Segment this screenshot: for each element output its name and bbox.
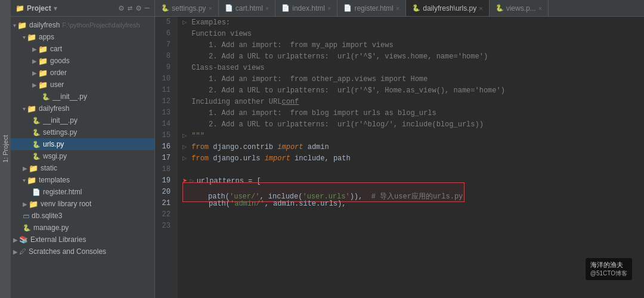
tab-cart[interactable]: 📄 cart.html × <box>219 0 275 16</box>
scratches-icon: 🖊 <box>19 247 26 256</box>
tab-close-urls[interactable]: × <box>479 5 482 12</box>
tree-label-settings: settings.py <box>43 128 77 136</box>
tree-label-register: register.html <box>43 188 82 196</box>
line-num-5: 5 <box>155 17 174 28</box>
tree-item-dailyfresh-pkg[interactable]: ▾ 📁 dailyfresh <box>11 103 154 114</box>
line-num-20: 20 <box>155 187 174 198</box>
tree-item-static[interactable]: ▶ 📁 static <box>11 162 154 174</box>
tab-close-settings[interactable]: × <box>208 5 212 12</box>
tree-item-templates[interactable]: ▾ 📁 templates <box>11 174 154 186</box>
tree-label-urls: urls.py <box>43 140 64 148</box>
project-tab-label: 1: Project <box>2 135 9 163</box>
line-num-6: 6 <box>155 28 174 39</box>
minimize-icon[interactable]: — <box>145 3 150 13</box>
py-icon-settings: 🐍 <box>32 129 41 136</box>
folder-icon-cart: 📁 <box>38 45 48 54</box>
tree-item-dailyfresh-root[interactable]: ▾ 📁 dailyfresh F:\pythonProject\dailyfre… <box>11 19 154 31</box>
settings-icon[interactable]: ⚙ <box>119 3 123 13</box>
tab-close-register[interactable]: × <box>396 5 400 12</box>
tree-item-manage-py[interactable]: 🐍 manage.py <box>11 222 154 234</box>
line-numbers: 5 6 7 8 9 10 11 12 13 14 15 16 17 18 19 … <box>155 17 178 298</box>
arrow-ext: ▶ <box>13 237 18 243</box>
code-line-11: 2. Add a URL to urlpatterns: url(r'^$', … <box>182 85 644 96</box>
code-line-12: Including another URLconf <box>182 96 644 107</box>
line-num-23: 23 <box>155 221 174 232</box>
code-line-20: path('user/', include('user.urls')), # 导… <box>182 187 644 198</box>
tab-close-cart[interactable]: × <box>265 5 269 12</box>
sidebar-header-icons: ⚙ ⇄ ⚙ — <box>119 3 150 13</box>
tree-item-init-daily[interactable]: 🐍 __init__.py <box>11 114 154 126</box>
tree-label-static: static <box>41 164 57 172</box>
html-icon-register: 📄 <box>32 188 41 196</box>
tab-label-index: index.html <box>292 4 325 13</box>
tree-item-cart[interactable]: ▶ 📁 cart <box>11 43 154 55</box>
tree-item-register-html[interactable]: 📄 register.html <box>11 186 154 198</box>
tree-item-wsgi-py[interactable]: 🐍 wsgi.py <box>11 150 154 162</box>
tab-close-views[interactable]: × <box>538 5 542 12</box>
tree-item-db-sqlite[interactable]: 🗃 db.sqlite3 <box>11 210 154 222</box>
tab-index[interactable]: 📄 index.html × <box>275 0 338 16</box>
folder-icon-venv: 📁 <box>29 200 38 209</box>
tree-label-templates: templates <box>39 176 70 184</box>
project-title-row: 📁 Project ▾ <box>16 4 57 13</box>
tree-item-venv[interactable]: ▶ 📁 venv library root <box>11 198 154 210</box>
sync-icon[interactable]: ⇄ <box>128 3 132 13</box>
folder-icon-static: 📁 <box>29 164 38 173</box>
sidebar-header: 📁 Project ▾ ⚙ ⇄ ⚙ — <box>11 0 154 17</box>
folder-icon-templates: 📁 <box>27 176 36 185</box>
tab-label-views: views.p... <box>506 4 536 13</box>
watermark: 海洋的渔夫 @51CTO博客 <box>586 258 632 280</box>
tree-label-apps: apps <box>39 33 54 41</box>
code-line-6: Function views <box>182 28 644 39</box>
editor-content: 5 6 7 8 9 10 11 12 13 14 15 16 17 18 19 … <box>155 17 644 298</box>
tree-label-db: db.sqlite3 <box>32 212 62 220</box>
line-num-18: 18 <box>155 164 174 175</box>
arrow-expand: ▾ <box>13 22 16 29</box>
code-line-9: Class-based views <box>182 62 644 73</box>
tab-settings[interactable]: 🐍 settings.py × <box>155 0 219 16</box>
line-num-10: 10 <box>155 73 174 85</box>
tree-label-init-daily: __init__.py <box>43 116 78 125</box>
tab-urls[interactable]: 🐍 dailyfresh\urls.py × <box>406 0 489 16</box>
line-num-12: 12 <box>155 96 174 107</box>
tree-item-user[interactable]: ▶ 📁 user <box>11 79 154 91</box>
project-tab[interactable]: 1: Project <box>0 0 11 298</box>
line-num-16: 16 <box>155 141 174 153</box>
py-icon-init: 🐍 <box>32 117 41 125</box>
tree-item-init-apps[interactable]: 🐍 __init__.py <box>11 91 154 103</box>
tree-item-order[interactable]: ▶ 📁 order <box>11 67 154 79</box>
tree-item-goods[interactable]: ▶ 📁 goods <box>11 55 154 67</box>
tab-close-index[interactable]: × <box>327 5 331 12</box>
code-line-17: ▷ from django.urls import include, path <box>182 153 644 164</box>
folder-icon-dailyfresh-pkg: 📁 <box>27 104 36 113</box>
folder-icon: 📁 <box>16 4 24 13</box>
tree-label-scratches: Scratches and Consoles <box>29 247 106 256</box>
line-num-13: 13 <box>155 107 174 119</box>
py-icon-init-apps: 🐍 <box>42 93 50 101</box>
tree-item-scratches[interactable]: ▶ 🖊 Scratches and Consoles <box>11 246 154 257</box>
tree-item-settings-py[interactable]: 🐍 settings.py <box>11 126 154 138</box>
py-icon-tab-views: 🐍 <box>496 4 504 12</box>
tree-item-apps[interactable]: ▾ 📁 apps <box>11 31 154 43</box>
tree-path-dailyfresh: F:\pythonProject\dailyfresh <box>62 21 140 29</box>
folder-icon-user: 📁 <box>38 80 48 89</box>
code-line-21: path('admin/', admin.site.urls), <box>182 198 644 209</box>
html-icon-tab-register: 📄 <box>343 4 352 12</box>
code-area[interactable]: ▷ Examples: Function views 1. Add an imp… <box>178 17 644 298</box>
tab-register[interactable]: 📄 register.html × <box>338 0 406 16</box>
tree-item-urls-py[interactable]: 🐍 urls.py <box>11 138 154 150</box>
html-icon-tab-cart: 📄 <box>225 4 233 12</box>
ext-libs-icon: 📚 <box>19 235 28 244</box>
arrow-scratches: ▶ <box>13 249 18 255</box>
gear-icon[interactable]: ⚙ <box>136 3 141 13</box>
project-dropdown-icon[interactable]: ▾ <box>54 4 57 13</box>
tree-item-ext-libs[interactable]: ▶ 📚 External Libraries <box>11 234 154 246</box>
arrow-goods: ▶ <box>32 58 37 64</box>
tree-label-wsgi: wsgi.py <box>43 152 67 160</box>
line-num-21: 21 <box>155 198 174 209</box>
line-num-8: 8 <box>155 51 174 62</box>
tab-bar: 🐍 settings.py × 📄 cart.html × 📄 index.ht… <box>155 0 644 17</box>
code-line-16: ▷ from django.contrib import admin <box>182 141 644 153</box>
arrow-templates: ▾ <box>23 177 26 184</box>
tab-views[interactable]: 🐍 views.p... × <box>490 0 549 16</box>
